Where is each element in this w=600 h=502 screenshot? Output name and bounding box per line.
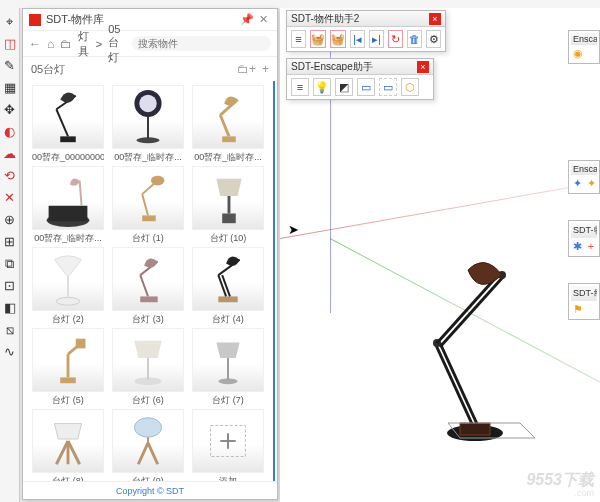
- refresh-icon[interactable]: ↻: [388, 30, 403, 48]
- tool-icon[interactable]: ▦: [2, 80, 18, 96]
- tool-icon[interactable]: ⊕: [2, 212, 18, 228]
- sdt-logo-icon: [29, 14, 41, 26]
- dock-enscape[interactable]: Enscap ◉: [568, 30, 600, 64]
- svg-rect-0: [60, 136, 76, 142]
- lamp-thumbnail[interactable]: 台灯 (4): [189, 247, 267, 326]
- tool-icon[interactable]: ◫: [2, 36, 18, 52]
- float-helper2[interactable]: SDT-物件助手2 × ≡ 🧺 🧺 |◂ ▸| ↻ 🗑 ⚙: [286, 10, 446, 52]
- trash-icon[interactable]: 🗑: [407, 30, 422, 48]
- basket-icon[interactable]: 🧺: [310, 30, 326, 48]
- rect-icon[interactable]: ▭: [357, 78, 375, 96]
- thumbnail-image: [112, 85, 184, 149]
- tool-icon[interactable]: ◧: [2, 300, 18, 316]
- thumbnail-caption: 台灯 (7): [212, 394, 244, 407]
- tool-icon[interactable]: ✥: [2, 102, 18, 118]
- menu-icon[interactable]: ≡: [291, 78, 309, 96]
- thumbnail-caption: 台灯 (2): [52, 313, 84, 326]
- tool-icon[interactable]: ⟲: [2, 168, 18, 184]
- pin-icon[interactable]: 📌: [239, 13, 255, 26]
- thumbnail-image: [192, 166, 264, 230]
- close-icon[interactable]: ✕: [255, 13, 271, 26]
- contrast-icon[interactable]: ◩: [335, 78, 353, 96]
- breadcrumb-sep: >: [96, 38, 102, 50]
- bulb-icon[interactable]: 💡: [313, 78, 331, 96]
- thumbnail-caption: 00暂存_临时存...: [114, 151, 182, 164]
- rect-dash-icon[interactable]: ▭: [379, 78, 397, 96]
- tool-icon[interactable]: ⊞: [2, 234, 18, 250]
- float-enscape-helper[interactable]: SDT-Enscape助手 × ≡ 💡 ◩ ▭ ▭ ⬡: [286, 58, 434, 100]
- thumbnail-image: [192, 247, 264, 311]
- back-icon[interactable]: ←: [29, 37, 41, 51]
- tool-icon[interactable]: ◐: [2, 124, 18, 140]
- svg-point-16: [151, 176, 165, 186]
- folder-icon[interactable]: 🗀: [60, 37, 72, 51]
- svg-line-14: [142, 194, 148, 215]
- search-input[interactable]: [132, 36, 271, 51]
- float-toolbar: ≡ 💡 ◩ ▭ ▭ ⬡: [287, 75, 433, 99]
- dock-sdt-comp[interactable]: SDT-组件... ⚑: [568, 283, 600, 320]
- hex-icon[interactable]: ⬡: [401, 78, 419, 96]
- close-icon[interactable]: ×: [417, 61, 429, 73]
- float-titlebar[interactable]: SDT-Enscape助手 ×: [287, 59, 433, 75]
- lamp-thumbnail[interactable]: 台灯 (7): [189, 328, 267, 407]
- svg-line-52: [440, 277, 503, 347]
- thumbnail-caption: 台灯 (6): [132, 394, 164, 407]
- close-icon[interactable]: ×: [429, 13, 441, 25]
- lamp-thumbnail[interactable]: 台灯 (3): [109, 247, 187, 326]
- basket-icon[interactable]: 🧺: [330, 30, 346, 48]
- lamp-thumbnail[interactable]: 台灯 (10): [189, 166, 267, 245]
- dock-thumb-icon[interactable]: ◉: [571, 47, 585, 61]
- breadcrumb-segment[interactable]: 灯具: [78, 29, 89, 59]
- watermark-text: 9553下载: [526, 471, 594, 488]
- plus-icon[interactable]: +: [585, 240, 597, 254]
- cursor-icon: ➤: [288, 222, 299, 237]
- svg-line-51: [437, 273, 500, 343]
- panel-titlebar[interactable]: SDT-物件库 📌 ✕: [23, 9, 277, 31]
- lamp-thumbnail[interactable]: 00暂存_00000000: [29, 85, 107, 164]
- tool-icon[interactable]: ☁: [2, 146, 18, 162]
- dock-icon[interactable]: ✦: [571, 177, 583, 191]
- thumbnail-image: [32, 85, 104, 149]
- thumbnail-image: [32, 409, 104, 473]
- add-icon[interactable]: +: [262, 62, 269, 76]
- lamp-thumbnail[interactable]: 台灯 (9): [109, 409, 187, 481]
- svg-line-25: [218, 275, 226, 296]
- add-item-cell[interactable]: 添加: [189, 409, 267, 481]
- placed-lamp-model[interactable]: [380, 248, 540, 448]
- tool-icon[interactable]: ∿: [2, 344, 18, 360]
- tool-icon[interactable]: ⊡: [2, 278, 18, 294]
- lamp-thumbnail[interactable]: 00暂存_临时存...: [109, 85, 187, 164]
- tool-icon[interactable]: ⧉: [2, 256, 18, 272]
- svg-line-22: [140, 275, 148, 296]
- watermark-sub: .com: [526, 488, 594, 498]
- dock-sdt-obj[interactable]: SDT-物件... ✱+: [568, 220, 600, 257]
- lamp-thumbnail[interactable]: 台灯 (6): [109, 328, 187, 407]
- axis-red: [280, 182, 595, 239]
- lamp-thumbnail[interactable]: 00暂存_临时存...: [29, 166, 107, 245]
- float-titlebar[interactable]: SDT-物件助手2 ×: [287, 11, 445, 27]
- svg-line-40: [148, 443, 158, 464]
- new-folder-icon[interactable]: 🗀+: [237, 62, 256, 76]
- lamp-thumbnail[interactable]: 台灯 (8): [29, 409, 107, 481]
- flag-icon[interactable]: ⚑: [571, 303, 585, 317]
- tool-icon[interactable]: ⧅: [2, 322, 18, 338]
- dock-enscape-c[interactable]: Enscape C ✦✦: [568, 160, 600, 194]
- spark-icon[interactable]: ✱: [571, 240, 583, 254]
- thumbnail-grid[interactable]: 00暂存_0000000000暂存_临时存...00暂存_临时存...00暂存_…: [23, 81, 275, 481]
- tool-icon[interactable]: ✕: [2, 190, 18, 206]
- dock-icon[interactable]: ✦: [585, 177, 597, 191]
- tool-icon[interactable]: ⌖: [2, 14, 18, 30]
- lamp-thumbnail[interactable]: 00暂存_临时存...: [189, 85, 267, 164]
- home-icon[interactable]: ⌂: [47, 37, 54, 51]
- svg-line-1: [56, 109, 68, 136]
- svg-rect-31: [76, 339, 86, 349]
- lamp-thumbnail[interactable]: 台灯 (2): [29, 247, 107, 326]
- gear-icon[interactable]: ⚙: [426, 30, 441, 48]
- last-icon[interactable]: ▸|: [369, 30, 384, 48]
- lamp-thumbnail[interactable]: 台灯 (1): [109, 166, 187, 245]
- lamp-thumbnail[interactable]: 台灯 (5): [29, 328, 107, 407]
- svg-rect-47: [460, 423, 490, 435]
- first-icon[interactable]: |◂: [350, 30, 365, 48]
- menu-icon[interactable]: ≡: [291, 30, 306, 48]
- tool-icon[interactable]: ✎: [2, 58, 18, 74]
